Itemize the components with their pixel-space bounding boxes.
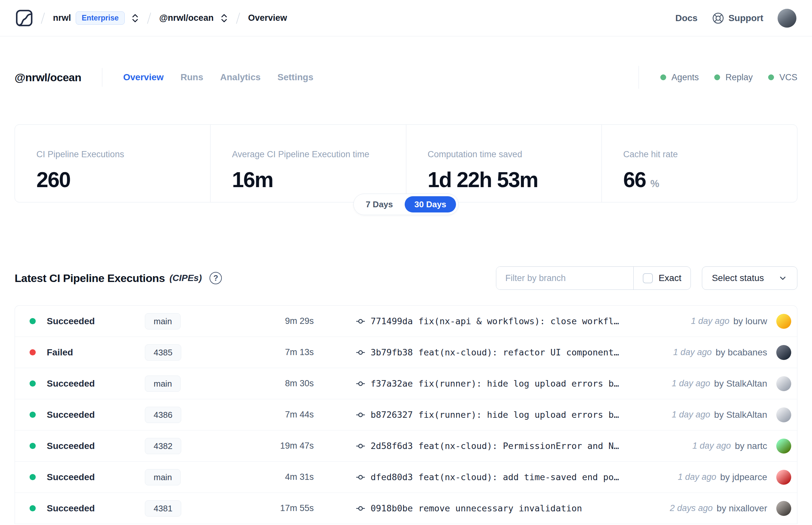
status-label: Succeeded bbox=[47, 441, 95, 451]
commit-info[interactable]: 771499da fix(nx-api & workflows): close … bbox=[314, 316, 691, 326]
commit-info[interactable]: 0918b0be remove unnecessary invalidation bbox=[314, 503, 670, 513]
avatar[interactable] bbox=[776, 439, 791, 453]
git-commit-icon bbox=[356, 473, 365, 482]
branch-badge[interactable]: 4386 bbox=[145, 407, 181, 423]
range-7-days[interactable]: 7 Days bbox=[356, 196, 403, 212]
status-dot bbox=[30, 411, 36, 418]
user-avatar[interactable] bbox=[778, 9, 796, 28]
exact-checkbox[interactable] bbox=[643, 273, 653, 283]
workspace-name[interactable]: @nrwl/ocean bbox=[159, 13, 213, 23]
table-row[interactable]: Succeeded main 8m 30s f37a32ae fix(runne… bbox=[15, 368, 797, 399]
top-navbar: nrwl Enterprise @nrwl/ocean Overview Doc… bbox=[0, 0, 812, 36]
commit-hash: dfed80d3 bbox=[371, 472, 413, 482]
status-label: Succeeded bbox=[47, 316, 95, 327]
section-title-suffix: (CIPEs) bbox=[170, 273, 202, 283]
branch-badge[interactable]: main bbox=[145, 376, 181, 392]
time-ago: 1 day ago bbox=[692, 441, 731, 451]
stat-value: 66 bbox=[623, 167, 646, 192]
branch-badge[interactable]: main bbox=[145, 469, 181, 485]
chevron-updown-icon[interactable] bbox=[131, 13, 139, 24]
breadcrumb-separator bbox=[41, 12, 45, 24]
commit-info[interactable]: f37a32ae fix(runner): hide log upload er… bbox=[314, 378, 672, 389]
status-label: Succeeded bbox=[47, 503, 95, 514]
cipe-section-header: Latest CI Pipeline Executions (CIPEs) ? … bbox=[15, 266, 797, 290]
branch-filter-input[interactable] bbox=[496, 267, 633, 289]
time-ago: 1 day ago bbox=[673, 347, 712, 357]
support-link[interactable]: Support bbox=[712, 12, 763, 24]
help-icon[interactable]: ? bbox=[210, 272, 222, 284]
git-commit-icon bbox=[356, 348, 365, 357]
branch-badge[interactable]: 4381 bbox=[145, 500, 181, 516]
chevron-updown-icon[interactable] bbox=[220, 13, 228, 24]
tab-overview[interactable]: Overview bbox=[123, 72, 164, 82]
branch-badge[interactable]: main bbox=[145, 313, 181, 329]
commit-message: remove unnecessary invalidation bbox=[418, 503, 582, 513]
status-replay[interactable]: Replay bbox=[714, 73, 753, 82]
support-label: Support bbox=[729, 13, 763, 24]
table-row[interactable]: Failed 4385 7m 13s 3b79fb38 feat(nx-clou… bbox=[15, 337, 797, 368]
stats-summary: CI Pipeline Executions 260 Average CI Pi… bbox=[15, 124, 797, 202]
exact-match-control: Exact bbox=[633, 267, 691, 289]
commit-message: feat(nx-cloud): add time-saved end po… bbox=[418, 472, 619, 482]
git-commit-icon bbox=[356, 410, 365, 419]
lifebuoy-icon bbox=[712, 12, 724, 24]
duration: 19m 47s bbox=[249, 441, 314, 451]
org-selector[interactable]: nrwl Enterprise bbox=[53, 11, 139, 25]
avatar[interactable] bbox=[776, 407, 791, 422]
branch-filter-group: Exact bbox=[496, 266, 691, 290]
breadcrumb-separator bbox=[236, 12, 240, 24]
status-agents[interactable]: Agents bbox=[660, 73, 699, 82]
table-row[interactable]: Succeeded 4386 7m 44s b8726327 fix(runne… bbox=[15, 399, 797, 431]
time-ago: 2 days ago bbox=[670, 503, 713, 513]
avatar[interactable] bbox=[776, 470, 791, 485]
stat-value: 1d 22h 53m bbox=[428, 167, 538, 192]
table-row[interactable]: Succeeded main 9m 29s 771499da fix(nx-ap… bbox=[15, 306, 797, 337]
stat-card-executions: CI Pipeline Executions 260 bbox=[15, 125, 210, 202]
status-agents-label: Agents bbox=[671, 73, 699, 82]
avatar[interactable] bbox=[776, 501, 791, 516]
status-label: Succeeded bbox=[47, 378, 95, 389]
green-dot-icon bbox=[768, 74, 774, 80]
commit-info[interactable]: dfed80d3 feat(nx-cloud): add time-saved … bbox=[314, 472, 678, 482]
table-row[interactable]: Succeeded 4382 19m 47s 2d58f6d3 feat(nx-… bbox=[15, 431, 797, 462]
stat-value: 16m bbox=[232, 167, 273, 192]
divider bbox=[639, 66, 639, 89]
status-vcs[interactable]: VCS bbox=[768, 73, 797, 82]
status-vcs-label: VCS bbox=[779, 73, 797, 82]
workspace-header: @nrwl/ocean Overview Runs Analytics Sett… bbox=[15, 64, 797, 90]
avatar[interactable] bbox=[776, 376, 791, 391]
avatar[interactable] bbox=[776, 345, 791, 360]
tab-analytics[interactable]: Analytics bbox=[220, 72, 261, 82]
exact-label: Exact bbox=[659, 273, 681, 283]
author: by StalkAltan bbox=[714, 378, 767, 389]
table-row[interactable]: Succeeded main 4m 31s dfed80d3 feat(nx-c… bbox=[15, 462, 797, 493]
commit-info[interactable]: 2d58f6d3 feat(nx-cloud): PermissionError… bbox=[314, 441, 692, 451]
branch-badge[interactable]: 4382 bbox=[145, 438, 181, 454]
duration: 9m 29s bbox=[249, 316, 314, 326]
status-select-dropdown[interactable]: Select status bbox=[702, 266, 797, 290]
git-commit-icon bbox=[356, 504, 365, 513]
tab-settings[interactable]: Settings bbox=[277, 72, 313, 82]
commit-hash: 771499da bbox=[371, 316, 413, 326]
stat-label: Cache hit rate bbox=[623, 149, 797, 160]
author: by nartc bbox=[735, 441, 767, 451]
avatar[interactable] bbox=[776, 314, 791, 329]
tab-runs[interactable]: Runs bbox=[181, 72, 203, 82]
nx-cloud-logo-icon[interactable] bbox=[16, 10, 33, 27]
workspace-selector[interactable]: @nrwl/ocean bbox=[159, 13, 228, 24]
status-dot bbox=[30, 474, 36, 480]
divider bbox=[102, 68, 102, 87]
branch-badge[interactable]: 4385 bbox=[145, 344, 181, 361]
commit-info[interactable]: 3b79fb38 feat(nx-cloud): refactor UI com… bbox=[314, 347, 673, 357]
commit-info[interactable]: b8726327 fix(runner): hide log upload er… bbox=[314, 410, 672, 420]
time-ago: 1 day ago bbox=[672, 410, 710, 420]
table-row[interactable]: Succeeded 4381 17m 55s 0918b0be remove u… bbox=[15, 493, 797, 524]
breadcrumb-separator bbox=[147, 12, 151, 24]
range-30-days[interactable]: 30 Days bbox=[405, 196, 456, 212]
commit-hash: b8726327 bbox=[371, 410, 413, 420]
commit-message: feat(nx-cloud): PermissionError and N… bbox=[418, 441, 619, 451]
stat-label: Computation time saved bbox=[428, 149, 601, 160]
org-name[interactable]: nrwl bbox=[53, 13, 71, 23]
status-label: Failed bbox=[47, 347, 73, 358]
docs-link[interactable]: Docs bbox=[675, 13, 698, 24]
